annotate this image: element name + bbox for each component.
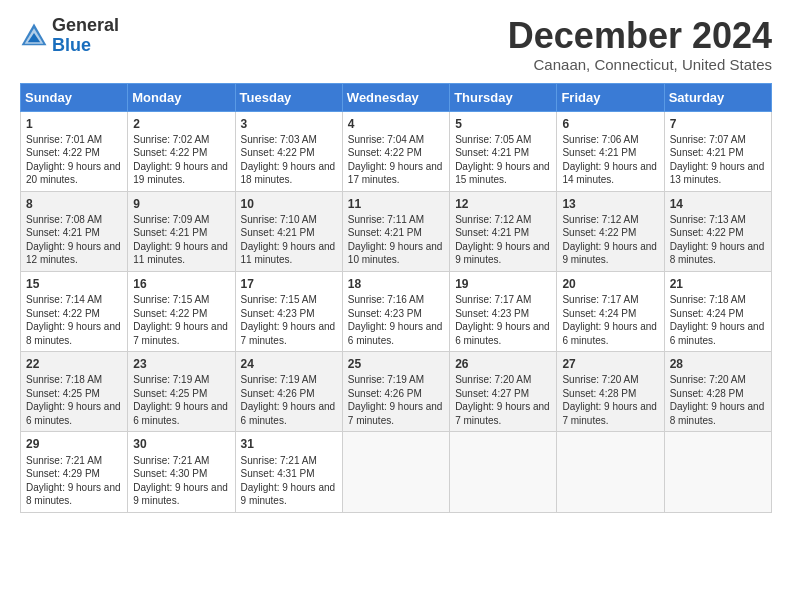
day-info: Sunrise: 7:16 AMSunset: 4:23 PMDaylight:… [348,293,444,347]
day-info: Sunrise: 7:10 AMSunset: 4:21 PMDaylight:… [241,213,337,267]
calendar-cell: 28Sunrise: 7:20 AMSunset: 4:28 PMDayligh… [664,352,771,432]
day-info: Sunrise: 7:02 AMSunset: 4:22 PMDaylight:… [133,133,229,187]
day-info: Sunrise: 7:03 AMSunset: 4:22 PMDaylight:… [241,133,337,187]
calendar-cell: 31Sunrise: 7:21 AMSunset: 4:31 PMDayligh… [235,432,342,512]
month-title: December 2024 [508,16,772,56]
calendar-week-row: 15Sunrise: 7:14 AMSunset: 4:22 PMDayligh… [21,271,772,351]
day-number: 15 [26,276,122,292]
calendar-cell: 19Sunrise: 7:17 AMSunset: 4:23 PMDayligh… [450,271,557,351]
calendar-cell: 20Sunrise: 7:17 AMSunset: 4:24 PMDayligh… [557,271,664,351]
day-number: 23 [133,356,229,372]
day-number: 31 [241,436,337,452]
calendar-cell: 25Sunrise: 7:19 AMSunset: 4:26 PMDayligh… [342,352,449,432]
calendar-day-header: Thursday [450,83,557,111]
day-info: Sunrise: 7:17 AMSunset: 4:23 PMDaylight:… [455,293,551,347]
day-info: Sunrise: 7:15 AMSunset: 4:22 PMDaylight:… [133,293,229,347]
calendar-day-header: Monday [128,83,235,111]
day-number: 2 [133,116,229,132]
day-info: Sunrise: 7:09 AMSunset: 4:21 PMDaylight:… [133,213,229,267]
day-info: Sunrise: 7:01 AMSunset: 4:22 PMDaylight:… [26,133,122,187]
calendar-cell: 14Sunrise: 7:13 AMSunset: 4:22 PMDayligh… [664,191,771,271]
day-info: Sunrise: 7:18 AMSunset: 4:25 PMDaylight:… [26,373,122,427]
day-number: 3 [241,116,337,132]
calendar-day-header: Saturday [664,83,771,111]
day-info: Sunrise: 7:21 AMSunset: 4:30 PMDaylight:… [133,454,229,508]
calendar-week-row: 29Sunrise: 7:21 AMSunset: 4:29 PMDayligh… [21,432,772,512]
day-number: 7 [670,116,766,132]
calendar-cell: 2Sunrise: 7:02 AMSunset: 4:22 PMDaylight… [128,111,235,191]
calendar-day-header: Sunday [21,83,128,111]
logo-text: General Blue [52,16,119,56]
day-number: 24 [241,356,337,372]
day-info: Sunrise: 7:12 AMSunset: 4:21 PMDaylight:… [455,213,551,267]
day-number: 18 [348,276,444,292]
calendar-day-header: Friday [557,83,664,111]
calendar-cell: 4Sunrise: 7:04 AMSunset: 4:22 PMDaylight… [342,111,449,191]
calendar-cell: 5Sunrise: 7:05 AMSunset: 4:21 PMDaylight… [450,111,557,191]
calendar-cell: 8Sunrise: 7:08 AMSunset: 4:21 PMDaylight… [21,191,128,271]
day-number: 28 [670,356,766,372]
day-number: 4 [348,116,444,132]
calendar-cell [450,432,557,512]
day-info: Sunrise: 7:18 AMSunset: 4:24 PMDaylight:… [670,293,766,347]
day-info: Sunrise: 7:11 AMSunset: 4:21 PMDaylight:… [348,213,444,267]
day-number: 14 [670,196,766,212]
calendar-week-row: 1Sunrise: 7:01 AMSunset: 4:22 PMDaylight… [21,111,772,191]
day-number: 5 [455,116,551,132]
header: General Blue December 2024 Canaan, Conne… [20,16,772,73]
day-info: Sunrise: 7:21 AMSunset: 4:29 PMDaylight:… [26,454,122,508]
day-info: Sunrise: 7:08 AMSunset: 4:21 PMDaylight:… [26,213,122,267]
day-info: Sunrise: 7:15 AMSunset: 4:23 PMDaylight:… [241,293,337,347]
page: General Blue December 2024 Canaan, Conne… [0,0,792,612]
calendar-cell: 16Sunrise: 7:15 AMSunset: 4:22 PMDayligh… [128,271,235,351]
day-info: Sunrise: 7:21 AMSunset: 4:31 PMDaylight:… [241,454,337,508]
day-number: 27 [562,356,658,372]
calendar-cell: 22Sunrise: 7:18 AMSunset: 4:25 PMDayligh… [21,352,128,432]
day-number: 10 [241,196,337,212]
day-number: 9 [133,196,229,212]
day-info: Sunrise: 7:17 AMSunset: 4:24 PMDaylight:… [562,293,658,347]
day-number: 6 [562,116,658,132]
day-info: Sunrise: 7:13 AMSunset: 4:22 PMDaylight:… [670,213,766,267]
calendar-cell: 6Sunrise: 7:06 AMSunset: 4:21 PMDaylight… [557,111,664,191]
day-number: 1 [26,116,122,132]
day-info: Sunrise: 7:06 AMSunset: 4:21 PMDaylight:… [562,133,658,187]
day-info: Sunrise: 7:20 AMSunset: 4:28 PMDaylight:… [562,373,658,427]
calendar-cell: 21Sunrise: 7:18 AMSunset: 4:24 PMDayligh… [664,271,771,351]
calendar-cell: 24Sunrise: 7:19 AMSunset: 4:26 PMDayligh… [235,352,342,432]
day-number: 8 [26,196,122,212]
calendar-cell: 10Sunrise: 7:10 AMSunset: 4:21 PMDayligh… [235,191,342,271]
calendar-day-header: Wednesday [342,83,449,111]
calendar-cell [342,432,449,512]
day-number: 19 [455,276,551,292]
calendar-header-row: SundayMondayTuesdayWednesdayThursdayFrid… [21,83,772,111]
day-number: 30 [133,436,229,452]
calendar-week-row: 8Sunrise: 7:08 AMSunset: 4:21 PMDaylight… [21,191,772,271]
day-info: Sunrise: 7:04 AMSunset: 4:22 PMDaylight:… [348,133,444,187]
calendar-cell: 9Sunrise: 7:09 AMSunset: 4:21 PMDaylight… [128,191,235,271]
title-block: December 2024 Canaan, Connecticut, Unite… [508,16,772,73]
day-info: Sunrise: 7:19 AMSunset: 4:26 PMDaylight:… [348,373,444,427]
day-info: Sunrise: 7:20 AMSunset: 4:28 PMDaylight:… [670,373,766,427]
calendar-cell: 23Sunrise: 7:19 AMSunset: 4:25 PMDayligh… [128,352,235,432]
day-number: 16 [133,276,229,292]
logo: General Blue [20,16,119,56]
day-number: 25 [348,356,444,372]
logo-icon [20,22,48,50]
calendar-day-header: Tuesday [235,83,342,111]
day-number: 11 [348,196,444,212]
calendar-cell: 18Sunrise: 7:16 AMSunset: 4:23 PMDayligh… [342,271,449,351]
day-number: 22 [26,356,122,372]
calendar-cell: 15Sunrise: 7:14 AMSunset: 4:22 PMDayligh… [21,271,128,351]
calendar-cell: 7Sunrise: 7:07 AMSunset: 4:21 PMDaylight… [664,111,771,191]
day-info: Sunrise: 7:20 AMSunset: 4:27 PMDaylight:… [455,373,551,427]
day-info: Sunrise: 7:19 AMSunset: 4:25 PMDaylight:… [133,373,229,427]
calendar-cell: 3Sunrise: 7:03 AMSunset: 4:22 PMDaylight… [235,111,342,191]
day-number: 13 [562,196,658,212]
calendar: SundayMondayTuesdayWednesdayThursdayFrid… [20,83,772,513]
calendar-cell: 12Sunrise: 7:12 AMSunset: 4:21 PMDayligh… [450,191,557,271]
day-info: Sunrise: 7:07 AMSunset: 4:21 PMDaylight:… [670,133,766,187]
calendar-cell [557,432,664,512]
day-number: 12 [455,196,551,212]
calendar-cell: 26Sunrise: 7:20 AMSunset: 4:27 PMDayligh… [450,352,557,432]
